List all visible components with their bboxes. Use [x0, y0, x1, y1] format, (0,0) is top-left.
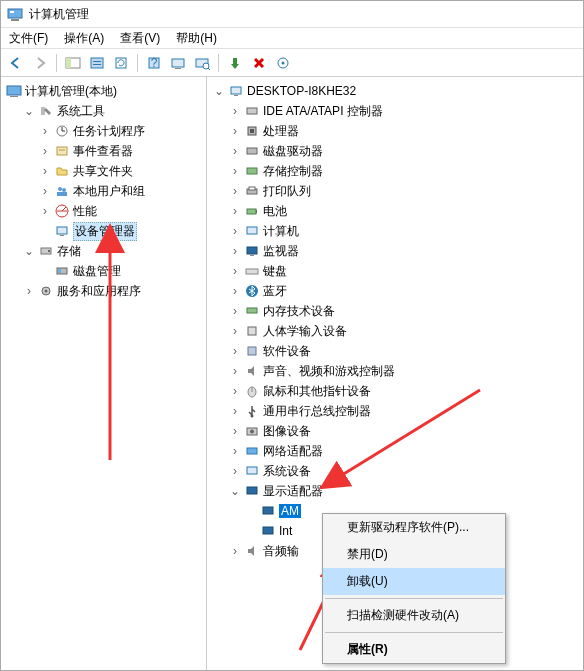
- cat-display[interactable]: ⌄显示适配器: [207, 481, 583, 501]
- svg-rect-70: [263, 507, 273, 514]
- separator: [325, 632, 503, 633]
- ctx-uninstall[interactable]: 卸载(U): [323, 568, 505, 595]
- tree-device-manager[interactable]: 设备管理器: [1, 221, 206, 241]
- svg-rect-61: [248, 347, 256, 355]
- chevron-down-icon[interactable]: ⌄: [21, 104, 37, 118]
- tree-root[interactable]: 计算机管理(本地): [1, 81, 206, 101]
- cat-keyboard[interactable]: ›键盘: [207, 261, 583, 281]
- tree-event-viewer[interactable]: › 事件查看器: [1, 141, 206, 161]
- ide-icon: [243, 103, 261, 119]
- cat-bluetooth[interactable]: ›蓝牙: [207, 281, 583, 301]
- svg-rect-53: [256, 210, 257, 213]
- monitor-icon: [243, 243, 261, 259]
- cat-software[interactable]: ›软件设备: [207, 341, 583, 361]
- back-button[interactable]: [5, 52, 27, 74]
- cat-sysdev[interactable]: ›系统设备: [207, 461, 583, 481]
- tree-storage[interactable]: ⌄ 存储: [1, 241, 206, 261]
- cat-usb[interactable]: ›通用串行总线控制器: [207, 401, 583, 421]
- cat-print[interactable]: ›打印队列: [207, 181, 583, 201]
- cat-storage[interactable]: ›存储控制器: [207, 161, 583, 181]
- svg-point-29: [58, 187, 62, 191]
- chevron-down-icon[interactable]: ⌄: [21, 244, 37, 258]
- app-icon: [7, 6, 23, 22]
- cat-monitor[interactable]: ›监视器: [207, 241, 583, 261]
- cat-mouse[interactable]: ›鼠标和其他指针设备: [207, 381, 583, 401]
- ctx-update-driver[interactable]: 更新驱动程序软件(P)...: [323, 514, 505, 541]
- chevron-down-icon[interactable]: ⌄: [211, 84, 227, 98]
- tree-disk-mgmt[interactable]: 磁盘管理: [1, 261, 206, 281]
- tools-icon: [37, 103, 55, 119]
- speaker-icon: [243, 363, 261, 379]
- chevron-right-icon[interactable]: ›: [37, 184, 53, 198]
- cat-memory[interactable]: ›内存技术设备: [207, 301, 583, 321]
- event-icon: [53, 143, 71, 159]
- menu-file[interactable]: 文件(F): [1, 30, 56, 47]
- view-devices-button[interactable]: [167, 52, 189, 74]
- uninstall-button[interactable]: [248, 52, 270, 74]
- tree-services-apps[interactable]: › 服务和应用程序: [1, 281, 206, 301]
- chevron-right-icon[interactable]: ›: [37, 164, 53, 178]
- help-button[interactable]: ?: [143, 52, 165, 74]
- storage-icon: [37, 243, 55, 259]
- forward-button[interactable]: [29, 52, 51, 74]
- show-hide-tree-button[interactable]: [62, 52, 84, 74]
- menubar: 文件(F) 操作(A) 查看(V) 帮助(H): [1, 27, 583, 49]
- chevron-right-icon[interactable]: ›: [37, 144, 53, 158]
- chevron-down-icon[interactable]: ⌄: [227, 484, 243, 498]
- menu-help[interactable]: 帮助(H): [168, 30, 225, 47]
- svg-rect-2: [10, 11, 14, 13]
- tree-task-scheduler[interactable]: › 任务计划程序: [1, 121, 206, 141]
- ctx-disable[interactable]: 禁用(D): [323, 541, 505, 568]
- display-adapter-icon: [243, 483, 261, 499]
- titlebar: 计算机管理: [1, 1, 583, 27]
- svg-point-42: [45, 290, 48, 293]
- svg-rect-51: [249, 187, 255, 190]
- svg-rect-27: [57, 147, 67, 155]
- cat-network[interactable]: ›网络适配器: [207, 441, 583, 461]
- cat-battery[interactable]: ›电池: [207, 201, 583, 221]
- svg-rect-47: [250, 129, 254, 133]
- window-title: 计算机管理: [29, 6, 89, 23]
- cat-computer[interactable]: ›计算机: [207, 221, 583, 241]
- toolbar: ?: [1, 49, 583, 77]
- chevron-right-icon[interactable]: ›: [37, 204, 53, 218]
- svg-rect-40: [58, 269, 61, 273]
- hid-icon: [243, 323, 261, 339]
- chevron-right-icon[interactable]: ›: [37, 124, 53, 138]
- refresh-button[interactable]: [110, 52, 132, 74]
- tree-shared-folders[interactable]: › 共享文件夹: [1, 161, 206, 181]
- tree-performance[interactable]: › 性能: [1, 201, 206, 221]
- device-host[interactable]: ⌄ DESKTOP-I8KHE32: [207, 81, 583, 101]
- computer-icon: [227, 83, 245, 99]
- svg-rect-6: [93, 61, 101, 62]
- tree-local-users[interactable]: › 本地用户和组: [1, 181, 206, 201]
- display-adapter-icon: [259, 523, 277, 539]
- mouse-icon: [243, 383, 261, 399]
- cat-ide[interactable]: ›IDE ATA/ATAPI 控制器: [207, 101, 583, 121]
- svg-rect-69: [247, 487, 257, 494]
- svg-line-15: [208, 68, 210, 70]
- chevron-right-icon[interactable]: ›: [21, 284, 37, 298]
- menu-action[interactable]: 操作(A): [56, 30, 112, 47]
- cat-sound[interactable]: ›声音、视频和游戏控制器: [207, 361, 583, 381]
- svg-rect-1: [11, 19, 19, 21]
- audio-icon: [243, 543, 261, 559]
- svg-point-64: [251, 415, 254, 418]
- clock-icon: [53, 123, 71, 139]
- ctx-scan[interactable]: 扫描检测硬件改动(A): [323, 602, 505, 629]
- update-driver-button[interactable]: [272, 52, 294, 74]
- performance-icon: [53, 203, 71, 219]
- tree-system-tools[interactable]: ⌄ 系统工具: [1, 101, 206, 121]
- svg-rect-57: [246, 269, 258, 274]
- cat-disk[interactable]: ›磁盘驱动器: [207, 141, 583, 161]
- cat-image[interactable]: ›图像设备: [207, 421, 583, 441]
- scan-hardware-button[interactable]: [191, 52, 213, 74]
- menu-view[interactable]: 查看(V): [112, 30, 168, 47]
- left-tree[interactable]: 计算机管理(本地) ⌄ 系统工具 › 任务计划程序 › 事件查看器 › 共享文件…: [1, 77, 207, 670]
- ctx-properties[interactable]: 属性(R): [323, 636, 505, 663]
- properties-button[interactable]: [86, 52, 108, 74]
- enable-button[interactable]: [224, 52, 246, 74]
- cat-cpu[interactable]: ›处理器: [207, 121, 583, 141]
- cat-hid[interactable]: ›人体学输入设备: [207, 321, 583, 341]
- computer-management-icon: [5, 83, 23, 99]
